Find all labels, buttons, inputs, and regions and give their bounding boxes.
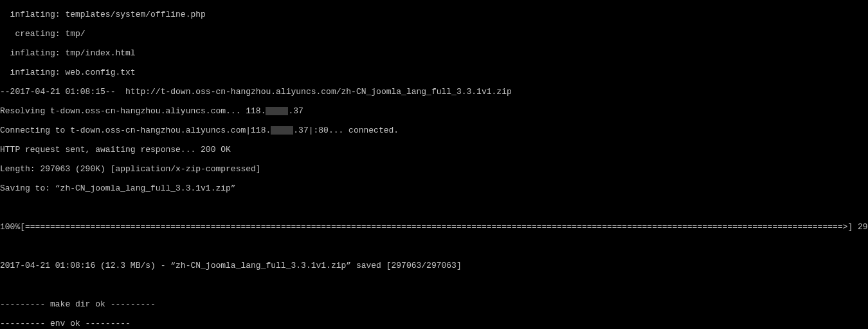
redacted-ip-icon [266,107,288,115]
wget-resolve: Resolving t-down.oss-cn-hangzhou.aliyunc… [0,106,868,116]
wget-connect: Connecting to t-down.oss-cn-hangzhou.ali… [0,126,868,135]
wget-http: HTTP request sent, awaiting response... … [0,145,868,155]
blank-line [0,280,868,290]
wget-saving: Saving to: “zh-CN_joomla_lang_full_3.3.1… [0,183,868,193]
wget-length: Length: 297063 (290K) [application/x-zip… [0,164,868,174]
terminal-output[interactable]: inflating: templates/system/offline.php … [0,0,868,329]
inflate-line: creating: tmp/ [0,29,868,39]
blank-line [0,241,868,251]
blank-line [0,203,868,212]
redacted-ip-icon [271,126,293,135]
check-line: --------- env ok --------- [0,319,868,328]
wget-progress-bar: 100%[===================================… [0,222,868,232]
inflate-line: inflating: tmp/index.html [0,48,868,58]
wget-header: --2017-04-21 01:08:15-- http://t-down.os… [0,87,868,97]
wget-done: 2017-04-21 01:08:16 (12.3 MB/s) - “zh-CN… [0,261,868,270]
inflate-line: inflating: templates/system/offline.php [0,10,868,19]
check-line: --------- make dir ok --------- [0,299,868,309]
inflate-line: inflating: web.config.txt [0,68,868,77]
